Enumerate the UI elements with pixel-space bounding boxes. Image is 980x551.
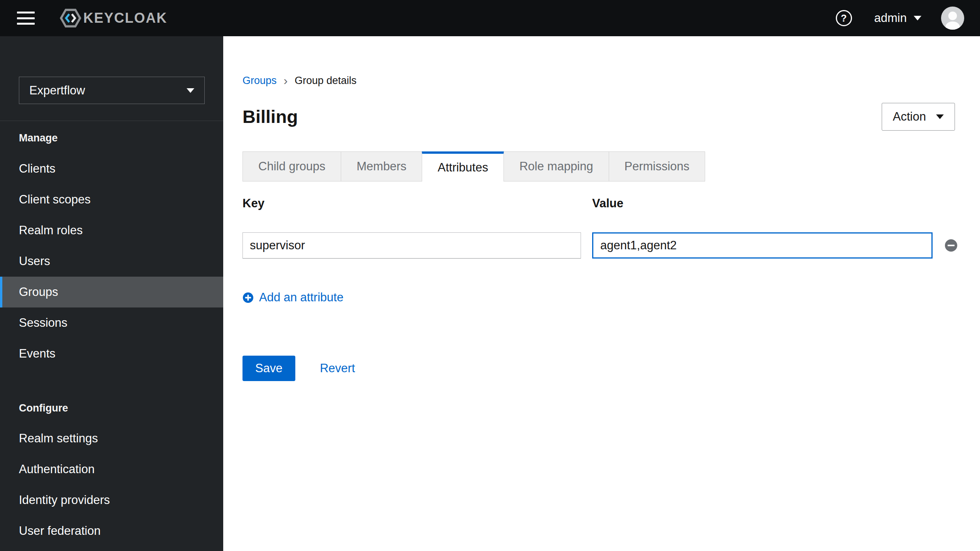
- sidebar-item-sessions[interactable]: Sessions: [0, 307, 223, 338]
- keycloak-logo: KEYCLOAK: [59, 8, 167, 28]
- revert-button[interactable]: Revert: [320, 361, 355, 375]
- remove-attribute-button[interactable]: [945, 239, 958, 252]
- breadcrumb: Groups › Group details: [242, 74, 955, 87]
- add-attribute-label: Add an attribute: [259, 291, 344, 304]
- sidebar-item-realm-roles[interactable]: Realm roles: [0, 215, 223, 246]
- sidebar-item-realm-settings[interactable]: Realm settings: [0, 423, 223, 454]
- masthead: KEYCLOAK ? admin: [0, 0, 980, 36]
- chevron-right-icon: ›: [284, 75, 288, 86]
- section-label-manage: Manage: [0, 131, 223, 144]
- tab-role-mapping[interactable]: Role mapping: [503, 151, 609, 181]
- form-actions: Save Revert: [242, 356, 955, 381]
- sidebar: Expertflow Manage Clients Client scopes …: [0, 36, 223, 551]
- minus-circle-icon: [945, 239, 958, 252]
- sidebar-item-users[interactable]: Users: [0, 246, 223, 277]
- tab-child-groups[interactable]: Child groups: [242, 151, 341, 181]
- tab-attributes[interactable]: Attributes: [422, 151, 504, 181]
- breadcrumb-current: Group details: [295, 74, 357, 87]
- attribute-value-input[interactable]: [592, 232, 933, 259]
- action-dropdown-label: Action: [893, 110, 926, 124]
- sidebar-item-groups[interactable]: Groups: [0, 277, 223, 307]
- chevron-down-icon: [936, 114, 944, 119]
- chevron-down-icon: [914, 16, 921, 20]
- title-row: Billing Action: [242, 103, 955, 131]
- sidebar-divider: [0, 121, 223, 121]
- realm-selector[interactable]: Expertflow: [19, 77, 205, 104]
- tab-bar: Child groups Members Attributes Role map…: [242, 151, 955, 181]
- sidebar-item-client-scopes[interactable]: Client scopes: [0, 184, 223, 215]
- masthead-toolbar: ? admin: [836, 6, 965, 30]
- main-content: Groups › Group details Billing Action Ch…: [223, 36, 980, 551]
- nav-section-configure: Configure Realm settings Authentication …: [0, 401, 223, 546]
- avatar[interactable]: [941, 6, 965, 30]
- keycloak-logo-text: KEYCLOAK: [83, 10, 167, 26]
- plus-circle-icon: [242, 292, 254, 303]
- sidebar-item-identity-providers[interactable]: Identity providers: [0, 485, 223, 516]
- tab-permissions[interactable]: Permissions: [609, 151, 706, 181]
- help-icon[interactable]: ?: [836, 10, 852, 26]
- username: admin: [874, 11, 907, 25]
- save-button[interactable]: Save: [242, 356, 295, 381]
- key-column-header: Key: [242, 197, 581, 210]
- tab-members[interactable]: Members: [341, 151, 422, 181]
- sidebar-item-events[interactable]: Events: [0, 338, 223, 369]
- attribute-headers: Key Value: [242, 197, 955, 210]
- action-dropdown[interactable]: Action: [882, 103, 955, 131]
- avatar-icon: [941, 6, 965, 30]
- hamburger-icon: [17, 12, 35, 13]
- user-menu[interactable]: admin: [874, 11, 921, 25]
- sidebar-item-clients[interactable]: Clients: [0, 153, 223, 184]
- breadcrumb-groups-link[interactable]: Groups: [242, 74, 277, 87]
- realm-name: Expertflow: [29, 84, 85, 97]
- section-label-configure: Configure: [0, 401, 223, 415]
- nav-section-manage: Manage Clients Client scopes Realm roles…: [0, 131, 223, 369]
- attribute-key-input[interactable]: [242, 232, 581, 259]
- chevron-down-icon: [187, 88, 194, 93]
- page-title: Billing: [242, 105, 298, 129]
- nav-toggle-button[interactable]: [17, 12, 35, 25]
- sidebar-item-user-federation[interactable]: User federation: [0, 516, 223, 546]
- keycloak-logo-icon: [59, 8, 82, 28]
- sidebar-item-authentication[interactable]: Authentication: [0, 454, 223, 485]
- attribute-row: [242, 232, 955, 259]
- value-column-header: Value: [592, 197, 933, 210]
- add-attribute-button[interactable]: Add an attribute: [242, 291, 344, 304]
